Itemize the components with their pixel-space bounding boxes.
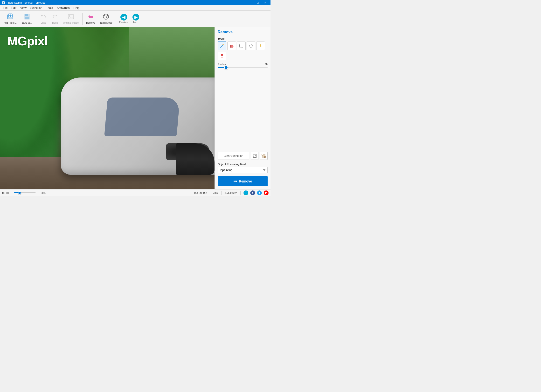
object-removing-mode-label: Object Removing Mode <box>218 163 268 166</box>
zoom-out-icon[interactable]: − <box>11 191 13 195</box>
svg-rect-8 <box>68 14 74 19</box>
status-sep-1 <box>210 191 210 195</box>
radius-value: 50 <box>265 63 268 66</box>
object-removing-section: Object Removing Mode Inpainting Smart Fi… <box>218 163 268 173</box>
watermark-text: MGpixl <box>7 34 48 48</box>
batch-mode-label: Batch Mode <box>99 21 112 24</box>
zoom-in-icon[interactable]: + <box>37 191 39 195</box>
svg-marker-10 <box>88 15 93 19</box>
svg-rect-20 <box>262 154 263 155</box>
undo-button[interactable]: Undo <box>38 12 49 26</box>
next-label: Next <box>133 21 139 24</box>
menu-edit[interactable]: Edit <box>9 6 18 10</box>
batch-mode-icon <box>103 13 109 21</box>
svg-rect-21 <box>264 157 266 158</box>
original-image-icon <box>68 13 74 21</box>
windshield <box>104 98 180 136</box>
svg-rect-5 <box>25 17 29 19</box>
menubar: File Edit View Selection Tools SoftOrbit… <box>0 5 270 11</box>
stamp-tool-button[interactable] <box>218 51 226 60</box>
menu-file[interactable]: File <box>1 6 9 10</box>
menu-tools[interactable]: Tools <box>44 6 55 10</box>
minimize-button[interactable]: – <box>247 0 254 5</box>
zoom-actual-icon[interactable]: ⊞ <box>6 191 9 195</box>
main-area: MGpixl Remove Tools <box>0 27 270 189</box>
undo-label: Undo <box>41 21 46 24</box>
save-icon <box>24 13 30 21</box>
tools-section: Tools <box>218 37 268 60</box>
slider-thumb[interactable] <box>224 66 228 70</box>
panel-title: Remove <box>218 30 268 34</box>
remove-toolbar-button[interactable]: Remove <box>84 12 97 26</box>
rectangle-tool-button[interactable] <box>237 42 246 50</box>
radius-section: Radius 50 <box>218 63 268 71</box>
next-icon: ▶ <box>132 14 139 21</box>
svg-rect-4 <box>25 14 28 16</box>
previous-icon: ◀ <box>120 14 127 21</box>
zoom-fit-icon[interactable]: ⊕ <box>2 191 5 195</box>
facebook-icon[interactable]: f <box>250 190 255 195</box>
time-info: Time (s): 0.2 <box>192 191 207 194</box>
crop-to-selection-button[interactable] <box>260 152 268 160</box>
maximize-button[interactable]: □ <box>254 0 261 5</box>
toolbar-sep-3 <box>116 13 116 25</box>
menu-selection[interactable]: Selection <box>28 6 44 10</box>
remove-icon <box>87 13 94 21</box>
zoom-value: 28% <box>41 191 48 194</box>
svg-point-16 <box>221 54 223 56</box>
remove-button[interactable]: ⇒ Remove <box>218 176 268 186</box>
youtube-icon[interactable]: ▶ <box>264 190 269 195</box>
website-icon[interactable]: 🌐 <box>243 190 248 195</box>
status-sep-3 <box>240 191 241 195</box>
twitter-icon[interactable]: t <box>257 190 262 195</box>
radius-slider[interactable] <box>218 67 268 68</box>
previous-button[interactable]: ◀ Previous <box>118 12 129 26</box>
add-files-button[interactable]: Add File(s)... <box>2 12 19 26</box>
original-image-button[interactable]: Original Image <box>61 12 80 26</box>
toolbar-sep-2 <box>82 13 83 25</box>
radius-row: Radius 50 <box>218 63 268 66</box>
svg-rect-17 <box>253 154 256 158</box>
save-as-button[interactable]: Save as... <box>20 12 34 26</box>
close-button[interactable]: ✕ <box>261 0 269 5</box>
clear-selection-button[interactable]: Clear Selection <box>218 152 249 160</box>
next-button[interactable]: ▶ Next <box>130 12 141 26</box>
redo-button[interactable]: Redo <box>50 12 60 26</box>
zoom-slider-thumb[interactable] <box>18 191 21 195</box>
clear-selection-row: Clear Selection <box>218 152 268 160</box>
menu-help[interactable]: Help <box>72 6 82 10</box>
titlebar: 🖼 Photo Stamp Remover - bmw.jpg – □ ✕ <box>0 0 270 5</box>
zoom-slider[interactable] <box>14 192 36 193</box>
menu-view[interactable]: View <box>18 6 28 10</box>
object-removing-mode-dropdown[interactable]: Inpainting Smart Fill Clone <box>218 167 268 173</box>
redo-label: Redo <box>52 21 58 24</box>
remove-label: Remove <box>86 21 95 24</box>
undo-icon <box>40 13 47 21</box>
menu-softorbits[interactable]: SoftOrbits <box>55 6 71 10</box>
brush-tool-button[interactable] <box>218 42 226 50</box>
eraser-tool-button[interactable] <box>227 42 236 50</box>
svg-rect-18 <box>254 155 256 157</box>
right-panel: Remove Tools <box>215 27 270 189</box>
photo-scene: MGpixl <box>0 27 215 189</box>
status-left: ⊕ ⊞ − + 28% <box>2 191 48 195</box>
panel-spacer <box>218 74 268 149</box>
window-title: Photo Stamp Remover - bmw.jpg <box>7 1 247 4</box>
toolbar: Add File(s)... Save as... Undo <box>0 11 270 27</box>
svg-rect-15 <box>240 44 243 47</box>
add-files-icon <box>7 13 14 21</box>
window-controls: – □ ✕ <box>247 0 269 5</box>
radius-label: Radius <box>218 63 226 66</box>
add-files-label: Add File(s)... <box>4 21 17 24</box>
toolbar-sep-1 <box>36 13 36 25</box>
status-right: Time (s): 0.2 28% 4032x3024 🌐 f t ▶ <box>192 190 269 195</box>
canvas-area[interactable]: MGpixl <box>0 27 215 189</box>
remove-arrow-icon: ⇒ <box>233 179 237 184</box>
lasso-tool-button[interactable] <box>247 42 255 50</box>
fit-to-selection-button[interactable] <box>251 152 258 160</box>
remove-button-label: Remove <box>239 179 252 183</box>
batch-mode-button[interactable]: Batch Mode <box>98 12 114 26</box>
tools-label: Tools <box>218 37 268 40</box>
save-as-label: Save as... <box>22 21 32 24</box>
magic-wand-tool-button[interactable] <box>256 42 265 50</box>
